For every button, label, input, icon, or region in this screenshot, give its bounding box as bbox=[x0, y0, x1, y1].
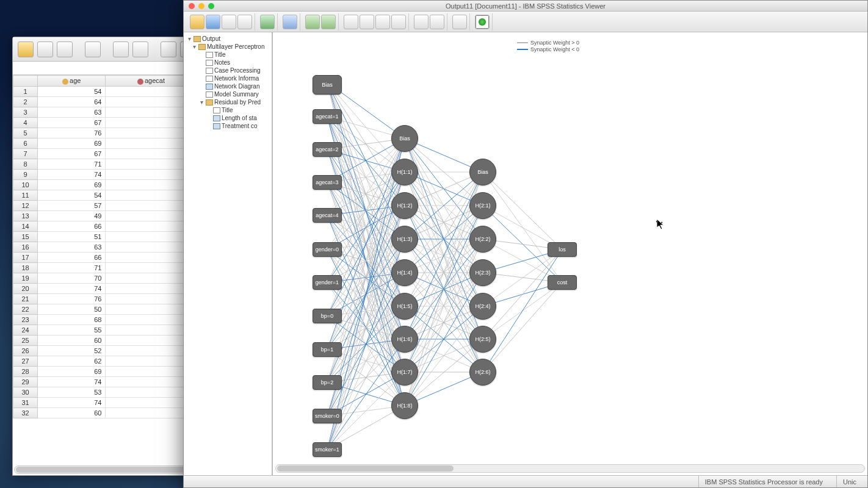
cell[interactable]: 70 bbox=[38, 273, 106, 284]
outline-item[interactable]: Model Summary bbox=[184, 90, 272, 98]
outline-item[interactable]: ▾Multilayer Perceptron bbox=[184, 43, 272, 51]
cell[interactable]: 66 bbox=[38, 253, 106, 263]
cell[interactable]: 60 bbox=[38, 336, 106, 346]
cell[interactable]: 71 bbox=[38, 159, 106, 170]
cell[interactable]: 68 bbox=[38, 315, 106, 325]
cell[interactable]: 66 bbox=[38, 221, 106, 232]
row-header[interactable]: 16 bbox=[13, 242, 38, 253]
row-header[interactable]: 11 bbox=[13, 190, 38, 201]
row-header[interactable]: 2 bbox=[13, 97, 38, 107]
outline-pane[interactable]: ▾Output ▾Multilayer Perceptron Title Not… bbox=[184, 32, 272, 475]
undo-icon[interactable] bbox=[113, 41, 129, 57]
insert-icon[interactable] bbox=[391, 15, 406, 29]
column-header[interactable]: age bbox=[38, 76, 106, 87]
canvas-scrollbar[interactable] bbox=[275, 464, 865, 473]
preview-icon[interactable] bbox=[237, 15, 252, 29]
outline-root[interactable]: ▾Output bbox=[184, 35, 272, 43]
row-header[interactable]: 7 bbox=[13, 149, 38, 159]
row-header[interactable]: 23 bbox=[13, 315, 38, 325]
row-header[interactable]: 30 bbox=[13, 387, 38, 398]
row-header[interactable]: 29 bbox=[13, 377, 38, 387]
outline-item[interactable]: Title bbox=[184, 51, 272, 59]
print-icon[interactable] bbox=[57, 41, 73, 57]
row-header[interactable]: 21 bbox=[13, 294, 38, 304]
cell[interactable]: 50 bbox=[38, 304, 106, 315]
outline-item[interactable]: Treatment co bbox=[184, 122, 272, 130]
row-header[interactable]: 6 bbox=[13, 138, 38, 149]
row-header[interactable]: 32 bbox=[13, 408, 38, 418]
row-header[interactable]: 26 bbox=[13, 346, 38, 356]
row-header[interactable]: 31 bbox=[13, 398, 38, 408]
row-header[interactable]: 10 bbox=[13, 180, 38, 190]
export-icon[interactable] bbox=[260, 15, 275, 29]
outline-item[interactable]: Network Informa bbox=[184, 74, 272, 82]
dialog-icon[interactable] bbox=[85, 41, 101, 57]
minimize-icon[interactable] bbox=[198, 3, 204, 9]
dialog-icon[interactable] bbox=[283, 15, 297, 29]
row-header[interactable]: 20 bbox=[13, 284, 38, 294]
cell[interactable]: 49 bbox=[38, 211, 106, 221]
row-header[interactable]: 9 bbox=[13, 170, 38, 180]
row-header[interactable]: 28 bbox=[13, 367, 38, 377]
row-header[interactable]: 14 bbox=[13, 221, 38, 232]
redo-icon[interactable] bbox=[321, 15, 336, 29]
vars-icon[interactable] bbox=[375, 15, 390, 29]
window-controls[interactable] bbox=[184, 3, 214, 9]
cell[interactable]: 54 bbox=[38, 190, 106, 201]
chart-icon[interactable] bbox=[414, 15, 429, 29]
row-header[interactable]: 19 bbox=[13, 273, 38, 284]
cell[interactable]: 57 bbox=[38, 201, 106, 211]
cell[interactable]: 60 bbox=[38, 408, 106, 418]
cell[interactable]: 64 bbox=[38, 97, 106, 107]
cell[interactable]: 53 bbox=[38, 387, 106, 398]
row-header[interactable]: 27 bbox=[13, 356, 38, 367]
goto-icon[interactable] bbox=[161, 41, 176, 57]
designate-icon[interactable] bbox=[475, 15, 490, 29]
cell[interactable]: 74 bbox=[38, 398, 106, 408]
outline-item[interactable]: Length of sta bbox=[184, 114, 272, 122]
cell[interactable]: 54 bbox=[38, 87, 106, 97]
outline-item[interactable]: Network Diagran bbox=[184, 82, 272, 90]
cell[interactable]: 71 bbox=[38, 263, 106, 273]
row-header[interactable]: 8 bbox=[13, 159, 38, 170]
outline-item[interactable]: Title bbox=[184, 106, 272, 114]
open-icon[interactable] bbox=[190, 15, 204, 29]
row-header[interactable]: 12 bbox=[13, 201, 38, 211]
undo-icon[interactable] bbox=[305, 15, 320, 29]
redo-icon[interactable] bbox=[132, 41, 148, 57]
goto-var-icon[interactable] bbox=[360, 15, 374, 29]
cell[interactable]: 74 bbox=[38, 377, 106, 387]
save-icon[interactable] bbox=[206, 15, 220, 29]
cell[interactable]: 69 bbox=[38, 138, 106, 149]
outline-item[interactable]: Notes bbox=[184, 59, 272, 66]
row-header[interactable]: 5 bbox=[13, 128, 38, 138]
cell[interactable]: 76 bbox=[38, 294, 106, 304]
titlebar[interactable]: Output11 [Document11] - IBM SPSS Statist… bbox=[184, 1, 867, 12]
row-header[interactable]: 17 bbox=[13, 253, 38, 263]
open-icon[interactable] bbox=[18, 41, 34, 57]
goto-icon[interactable] bbox=[344, 15, 358, 29]
print-icon[interactable] bbox=[222, 15, 236, 29]
cell[interactable]: 51 bbox=[38, 232, 106, 242]
zoom-icon[interactable] bbox=[208, 3, 214, 9]
cell[interactable]: 74 bbox=[38, 170, 106, 180]
row-header[interactable]: 13 bbox=[13, 211, 38, 221]
select-icon[interactable] bbox=[452, 15, 467, 29]
row-header[interactable]: 1 bbox=[13, 87, 38, 97]
outline-item[interactable]: ▾Residual by Pred bbox=[184, 98, 272, 106]
row-header[interactable]: 3 bbox=[13, 107, 38, 118]
cell[interactable]: 67 bbox=[38, 149, 106, 159]
cell[interactable]: 69 bbox=[38, 180, 106, 190]
close-icon[interactable] bbox=[189, 3, 195, 9]
row-header[interactable]: 4 bbox=[13, 118, 38, 128]
cell[interactable]: 55 bbox=[38, 325, 106, 336]
cell[interactable]: 63 bbox=[38, 107, 106, 118]
cell[interactable]: 76 bbox=[38, 128, 106, 138]
save-icon[interactable] bbox=[37, 41, 53, 57]
cell[interactable]: 52 bbox=[38, 346, 106, 356]
output-viewer-window[interactable]: Output11 [Document11] - IBM SPSS Statist… bbox=[183, 0, 868, 488]
row-header[interactable]: 15 bbox=[13, 232, 38, 242]
cell[interactable]: 63 bbox=[38, 242, 106, 253]
script-icon[interactable] bbox=[430, 15, 444, 29]
row-header[interactable]: 18 bbox=[13, 263, 38, 273]
